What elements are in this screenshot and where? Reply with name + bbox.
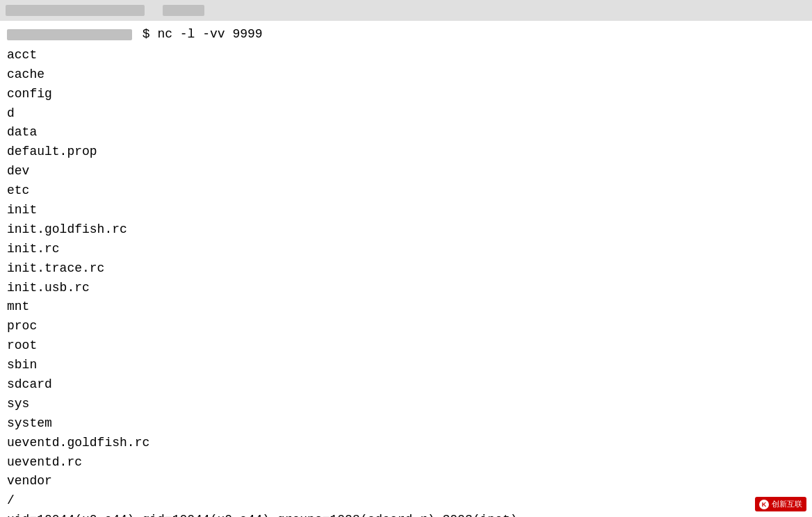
watermark: K 创新互联	[755, 497, 806, 511]
output-line: cache	[7, 65, 805, 85]
output-line: init.rc	[7, 240, 805, 259]
output-line: ueventd.goldfish.rc	[7, 434, 805, 453]
output-line: d	[7, 104, 805, 124]
command-text: $ nc -l -vv 9999	[143, 25, 263, 44]
output-line: dev	[7, 162, 805, 181]
terminal-header	[0, 0, 812, 21]
output-line: init.goldfish.rc	[7, 220, 805, 240]
output-line: sbin	[7, 356, 805, 375]
terminal-window: $ nc -l -vv 9999 acctcacheconfigddatadef…	[0, 0, 812, 517]
output-container: acctcacheconfigddatadefault.propdevetcin…	[7, 46, 805, 517]
header-blurred-right	[163, 5, 204, 16]
output-line: init.trace.rc	[7, 259, 805, 279]
output-line: data	[7, 123, 805, 142]
output-line: root	[7, 336, 805, 356]
output-line: init	[7, 201, 805, 220]
output-line: mnt	[7, 297, 805, 317]
output-line: acct	[7, 46, 805, 65]
output-line: proc	[7, 317, 805, 336]
output-line: etc	[7, 181, 805, 201]
output-line: init.usb.rc	[7, 279, 805, 298]
output-line: ueventd.rc	[7, 453, 805, 473]
command-line: $ nc -l -vv 9999	[7, 25, 805, 44]
watermark-icon: K	[759, 500, 769, 509]
watermark-text: 创新互联	[772, 499, 802, 509]
output-line: system	[7, 414, 805, 434]
header-blurred-left	[6, 5, 145, 16]
output-line: vendor	[7, 472, 805, 491]
watermark-icon-text: K	[762, 501, 767, 508]
output-line: /	[7, 491, 805, 511]
prompt-blurred	[7, 29, 132, 40]
output-line: sdcard	[7, 375, 805, 395]
terminal-content: $ nc -l -vv 9999 acctcacheconfigddatadef…	[0, 21, 812, 517]
output-line: sys	[7, 395, 805, 414]
output-line: config	[7, 85, 805, 104]
output-line: default.prop	[7, 142, 805, 162]
output-line: uid=10044(u0_a44) gid=10044(u0_a44) grou…	[7, 511, 805, 517]
